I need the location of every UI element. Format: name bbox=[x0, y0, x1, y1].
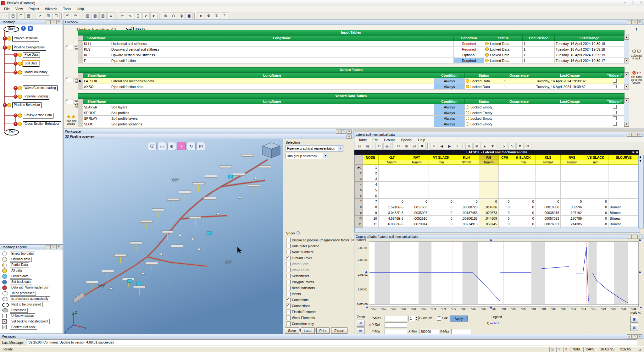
option-checkbox[interactable] bbox=[286, 298, 291, 302]
grid-column-rvs[interactable]: RVS bbox=[561, 155, 583, 160]
grid-cell[interactable] bbox=[608, 176, 639, 182]
grid-horizontal-scrollbar[interactable] bbox=[354, 228, 640, 233]
show-option[interactable]: Polygon Points bbox=[286, 279, 314, 284]
grid-cell[interactable] bbox=[536, 176, 561, 182]
pin-icon[interactable]: ▣ bbox=[636, 151, 638, 154]
grid-column-h-slack[interactable]: H-SLACK bbox=[511, 155, 536, 160]
table-scrollbar[interactable]: ▲▼ bbox=[624, 35, 629, 63]
load-view-button[interactable]: Load bbox=[301, 327, 314, 334]
layers-icon[interactable]: ▣ bbox=[186, 12, 193, 19]
pan-handle-right[interactable]: ◆ bbox=[639, 271, 641, 274]
scroll-down-icon[interactable]: ▼ bbox=[624, 122, 629, 127]
grid-cell[interactable]: 10 bbox=[363, 216, 378, 221]
menu-wizards[interactable]: Wizards bbox=[42, 6, 60, 11]
grid-cell[interactable]: 3.0432E-5 bbox=[378, 210, 405, 216]
grid-cell[interactable]: 0 bbox=[429, 204, 454, 210]
grid-cell[interactable] bbox=[583, 165, 608, 170]
open-project-icon[interactable]: ▤ bbox=[9, 12, 17, 19]
option-checkbox[interactable] bbox=[286, 280, 291, 284]
set-back-button[interactable]: ⊗↩ Set back up to this function bbox=[630, 70, 643, 84]
delete-icon[interactable]: ✖ bbox=[419, 143, 426, 150]
sum-icon[interactable]: ∑ bbox=[501, 143, 508, 150]
print-view-button[interactable]: Print bbox=[316, 327, 330, 334]
grid-cell[interactable] bbox=[583, 182, 608, 187]
grid-cell[interactable]: 0 bbox=[536, 199, 561, 204]
option-checkbox[interactable] bbox=[286, 268, 291, 272]
fit-view-tool[interactable]: ◱ bbox=[197, 142, 205, 150]
grid-cell[interactable] bbox=[498, 187, 511, 193]
scroll-up-icon[interactable]: ▲ bbox=[624, 98, 629, 103]
grid-cell[interactable] bbox=[405, 176, 429, 182]
grid-row[interactable]: 993.0432E-5.00350070.00137456.02987300.0… bbox=[355, 210, 639, 216]
grid-cell[interactable] bbox=[454, 176, 479, 182]
chart-icon[interactable]: ∿ bbox=[127, 12, 134, 19]
roadmap-maximize-icon[interactable]: □ bbox=[51, 20, 56, 24]
status-info-icon[interactable]: ⓘ bbox=[549, 347, 555, 352]
table-row[interactable]: KLHHorizontal soil stiffnessRequiredLock… bbox=[78, 41, 625, 47]
show-option[interactable]: Node numbers bbox=[286, 250, 314, 254]
grid-cell[interactable]: 0 bbox=[583, 221, 608, 227]
show-option[interactable]: Idents bbox=[286, 291, 301, 296]
grid-column-rvt[interactable]: RVT bbox=[405, 155, 429, 160]
option-checkbox[interactable] bbox=[286, 304, 291, 308]
option-checkbox[interactable] bbox=[286, 262, 291, 266]
new-project-icon[interactable]: □ bbox=[2, 12, 9, 19]
prev-row-icon[interactable]: ◀ bbox=[438, 143, 445, 150]
grid-cell[interactable] bbox=[511, 165, 536, 170]
grid-cell[interactable]: .0035007 bbox=[405, 210, 429, 216]
grid-cell[interactable] bbox=[378, 182, 405, 187]
copy-icon[interactable]: ⊞ bbox=[45, 12, 52, 19]
grid-cell[interactable] bbox=[608, 193, 639, 199]
grid-cell[interactable]: .0017503 bbox=[405, 204, 429, 210]
undo-icon[interactable]: ↶ bbox=[375, 143, 383, 150]
input-tables-checkbox[interactable] bbox=[65, 45, 74, 49]
world-icon[interactable]: ● bbox=[197, 12, 204, 19]
option-checkbox[interactable] bbox=[286, 322, 291, 326]
grid-cell[interactable]: 0 bbox=[561, 199, 583, 204]
messages-close-icon[interactable]: ✕ bbox=[637, 334, 642, 338]
grid-cell[interactable]: 0 bbox=[583, 210, 608, 216]
grid-cell[interactable] bbox=[498, 176, 511, 182]
grid-column-cfh[interactable]: CFH bbox=[498, 155, 511, 160]
scroll-down-icon[interactable]: ▼ bbox=[639, 159, 642, 162]
grid-cell[interactable] bbox=[561, 170, 583, 176]
grid-row[interactable]: ▶11 bbox=[355, 165, 639, 170]
stepper-arrows-icon[interactable]: ▲▼ bbox=[415, 316, 418, 321]
status-error-icon[interactable]: ⊘ bbox=[563, 347, 569, 352]
curve-number-stepper[interactable]: 1 ▲▼ bbox=[408, 316, 419, 321]
grid-row[interactable]: 10104.5648E-5.00525100.00206185.04480900… bbox=[355, 216, 639, 221]
copy-icon[interactable]: ⊞ bbox=[403, 143, 410, 150]
soil-table-close-icon[interactable]: ✕ bbox=[637, 133, 642, 137]
zoom-reset-button[interactable]: ▭ bbox=[357, 327, 364, 334]
resize-grip[interactable]: ◢ bbox=[634, 347, 643, 352]
output-tables-checkbox[interactable] bbox=[65, 78, 74, 82]
grid-cell[interactable] bbox=[498, 193, 511, 199]
hidden-checkbox[interactable] bbox=[613, 116, 617, 120]
grid-cell[interactable] bbox=[608, 182, 639, 187]
grid-row[interactable]: 66 bbox=[355, 193, 639, 199]
wizard-tables-checkbox[interactable] bbox=[65, 100, 74, 104]
grid-cell[interactable]: .00019008 bbox=[536, 204, 561, 210]
grid-cell[interactable]: 0 bbox=[498, 199, 511, 204]
menu-special[interactable]: Special bbox=[398, 137, 415, 142]
visibility-icon[interactable]: ◉ bbox=[632, 151, 635, 154]
grid-cell[interactable] bbox=[583, 176, 608, 182]
viewer-close-icon[interactable]: ✕ bbox=[347, 135, 352, 139]
cut-icon[interactable]: ✂ bbox=[37, 12, 44, 19]
first-row-icon[interactable]: « bbox=[430, 143, 437, 150]
grid-cell[interactable]: 2 bbox=[363, 170, 378, 176]
grid-cell[interactable]: 0 bbox=[583, 199, 608, 204]
pan-tool[interactable]: + bbox=[177, 142, 186, 150]
grid-cell[interactable] bbox=[608, 199, 639, 204]
grid-cell[interactable] bbox=[429, 165, 454, 170]
table-settings-icon[interactable]: ⚙ bbox=[524, 143, 531, 150]
next-row-icon[interactable]: ▶ bbox=[446, 143, 453, 150]
grid-cell[interactable]: .044809 bbox=[479, 216, 498, 221]
grid-cell[interactable] bbox=[511, 170, 536, 176]
grid-cell[interactable]: .00274913 bbox=[454, 221, 479, 227]
grid-cell[interactable]: 0 bbox=[378, 199, 405, 204]
grid-cell[interactable] bbox=[511, 193, 536, 199]
grid-cell[interactable] bbox=[561, 176, 583, 182]
zoom-tool[interactable]: ⊕ bbox=[167, 142, 176, 150]
help-icon[interactable]: ? bbox=[221, 12, 228, 19]
